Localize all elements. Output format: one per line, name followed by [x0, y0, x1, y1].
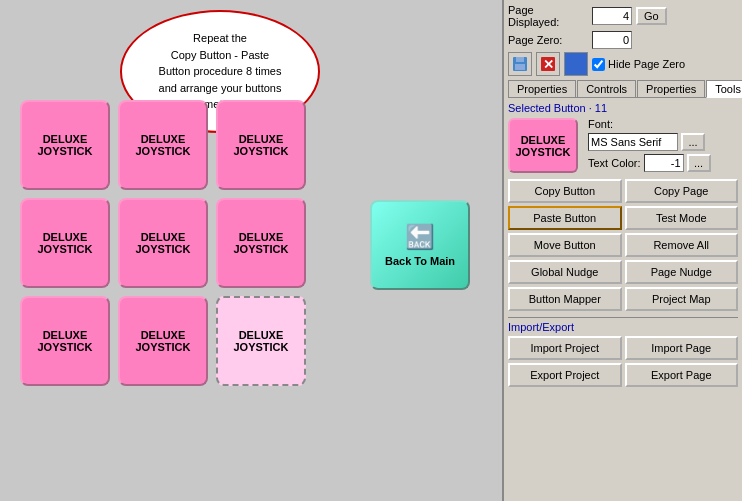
grid-btn-2[interactable]: DELUXEJOYSTICK	[216, 100, 306, 190]
tab-properties1[interactable]: Properties	[508, 80, 576, 97]
export-page-btn[interactable]: Export Page	[625, 363, 739, 387]
global-nudge-btn[interactable]: Global Nudge	[508, 260, 622, 284]
import-export-label: Import/Export	[508, 321, 738, 333]
page-zero-row: Page Zero:	[508, 31, 738, 49]
back-to-main-label: Back To Main	[385, 255, 455, 267]
svg-rect-2	[515, 64, 525, 70]
grid-btn-6[interactable]: DELUXEJOYSTICK	[20, 296, 110, 386]
tab-tools[interactable]: Tools	[706, 80, 742, 98]
export-project-btn[interactable]: Export Project	[508, 363, 622, 387]
hide-page-zero-row: Hide Page Zero	[592, 58, 685, 71]
selected-preview-row: DELUXEJOYSTICK Font: ... Text Color: ...	[508, 118, 738, 173]
tab-properties2[interactable]: Properties	[637, 80, 705, 97]
font-label-row: Font:	[588, 118, 711, 130]
grid-btn-4[interactable]: DELUXEJOYSTICK	[118, 198, 208, 288]
svg-rect-1	[516, 57, 524, 62]
grid-btn-1[interactable]: DELUXEJOYSTICK	[118, 100, 208, 190]
import-export-buttons: Import Project Import Page Export Projec…	[508, 336, 738, 387]
project-map-btn[interactable]: Project Map	[625, 287, 739, 311]
back-to-main-button[interactable]: 🔙 Back To Main	[370, 200, 470, 290]
font-label: Font:	[588, 118, 613, 130]
hide-page-zero-checkbox[interactable]	[592, 58, 605, 71]
toolbar-row: ✕ Hide Page Zero	[508, 52, 738, 76]
go-button[interactable]: Go	[636, 7, 667, 25]
import-project-btn[interactable]: Import Project	[508, 336, 622, 360]
grid-btn-0[interactable]: DELUXEJOYSTICK	[20, 100, 110, 190]
paste-button-btn[interactable]: Paste Button	[508, 206, 622, 230]
page-nudge-btn[interactable]: Page Nudge	[625, 260, 739, 284]
button-mapper-btn[interactable]: Button Mapper	[508, 287, 622, 311]
text-color-row: Text Color: ...	[588, 154, 711, 172]
font-input[interactable]	[588, 133, 678, 151]
text-color-browse-button[interactable]: ...	[687, 154, 711, 172]
hide-page-zero-label: Hide Page Zero	[608, 58, 685, 70]
tab-controls[interactable]: Controls	[577, 80, 636, 97]
button-grid: DELUXEJOYSTICK DELUXEJOYSTICK DELUXEJOYS…	[20, 100, 306, 386]
copy-button-btn[interactable]: Copy Button	[508, 179, 622, 203]
font-browse-button[interactable]: ...	[681, 133, 705, 151]
selected-button-label: Selected Button · 11	[508, 102, 738, 114]
arrow-icon: 🔙	[405, 223, 435, 251]
import-page-btn[interactable]: Import Page	[625, 336, 739, 360]
divider	[508, 317, 738, 318]
test-mode-btn[interactable]: Test Mode	[625, 206, 739, 230]
grid-btn-3[interactable]: DELUXEJOYSTICK	[20, 198, 110, 288]
page-displayed-input[interactable]	[592, 7, 632, 25]
tool-buttons: Copy Button Copy Page Paste Button Test …	[508, 179, 738, 311]
tooltip-text: Repeat theCopy Button - PasteButton proc…	[159, 32, 282, 110]
selected-button-preview: DELUXEJOYSTICK	[508, 118, 578, 173]
save-icon[interactable]	[508, 52, 532, 76]
text-color-input[interactable]	[644, 154, 684, 172]
svg-text:✕: ✕	[543, 57, 554, 72]
page-zero-input[interactable]	[592, 31, 632, 49]
copy-page-btn[interactable]: Copy Page	[625, 179, 739, 203]
grid-btn-7[interactable]: DELUXEJOYSTICK	[118, 296, 208, 386]
right-panel: Page Displayed: Go Page Zero: ✕ Hide Pag…	[502, 0, 742, 501]
remove-all-btn[interactable]: Remove All	[625, 233, 739, 257]
page-zero-label: Page Zero:	[508, 34, 588, 46]
left-panel: Repeat theCopy Button - PasteButton proc…	[0, 0, 502, 501]
move-button-btn[interactable]: Move Button	[508, 233, 622, 257]
delete-icon[interactable]: ✕	[536, 52, 560, 76]
grid-btn-5[interactable]: DELUXEJOYSTICK	[216, 198, 306, 288]
page-displayed-row: Page Displayed: Go	[508, 4, 738, 28]
blue-color-icon[interactable]	[564, 52, 588, 76]
grid-btn-8[interactable]: DELUXEJOYSTICK	[216, 296, 306, 386]
font-input-row: ...	[588, 133, 711, 151]
font-section: Font: ... Text Color: ...	[588, 118, 711, 172]
text-color-label: Text Color:	[588, 157, 641, 169]
tabs-bar: Properties Controls Properties Tools	[508, 80, 738, 98]
page-displayed-label: Page Displayed:	[508, 4, 588, 28]
